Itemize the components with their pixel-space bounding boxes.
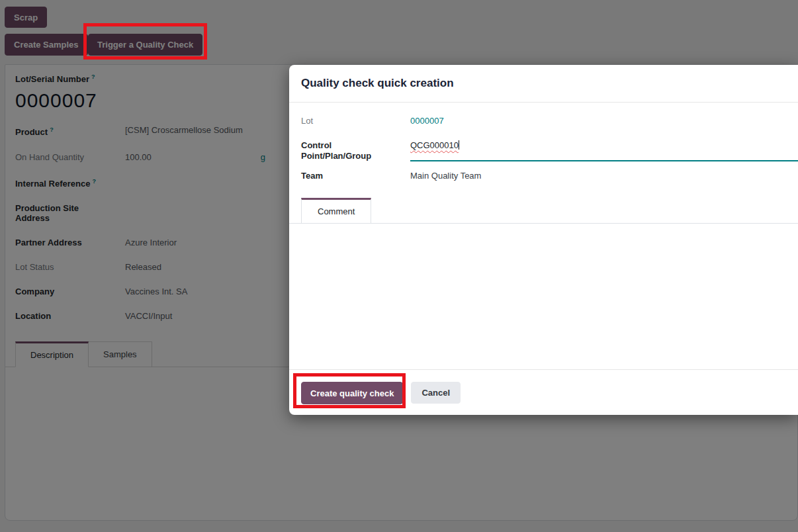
field-row-lot: Lot 0000007 xyxy=(301,116,798,126)
control-point-label: Control Point/Plan/Group xyxy=(301,140,400,161)
team-value: Main Quality Team xyxy=(410,171,481,181)
create-quality-check-button[interactable]: Create quality check xyxy=(301,382,403,404)
cancel-button[interactable]: Cancel xyxy=(411,382,461,404)
screen: Scrap Create Samples Trigger a Quality C… xyxy=(0,0,798,532)
control-point-value: QCG000010 xyxy=(410,140,459,150)
team-label: Team xyxy=(301,171,410,181)
dialog-body: Lot 0000007 Control Point/Plan/Group QCG… xyxy=(289,103,798,181)
tab-comment[interactable]: Comment xyxy=(301,198,371,224)
dialog-footer: Create quality check Cancel xyxy=(289,369,798,415)
quality-check-quick-creation-dialog: Quality check quick creation Lot 0000007… xyxy=(289,65,798,415)
control-point-input[interactable]: QCG000010 xyxy=(410,140,798,161)
lot-link[interactable]: 0000007 xyxy=(410,116,444,126)
lot-label: Lot xyxy=(301,116,410,126)
dialog-title: Quality check quick creation xyxy=(301,77,454,90)
dialog-header: Quality check quick creation xyxy=(289,65,798,103)
dialog-tab-bar: Comment xyxy=(289,198,798,224)
field-row-team: Team Main Quality Team xyxy=(301,171,798,181)
text-cursor-caret xyxy=(459,140,459,150)
field-row-control-point: Control Point/Plan/Group QCG000010 xyxy=(301,140,798,161)
